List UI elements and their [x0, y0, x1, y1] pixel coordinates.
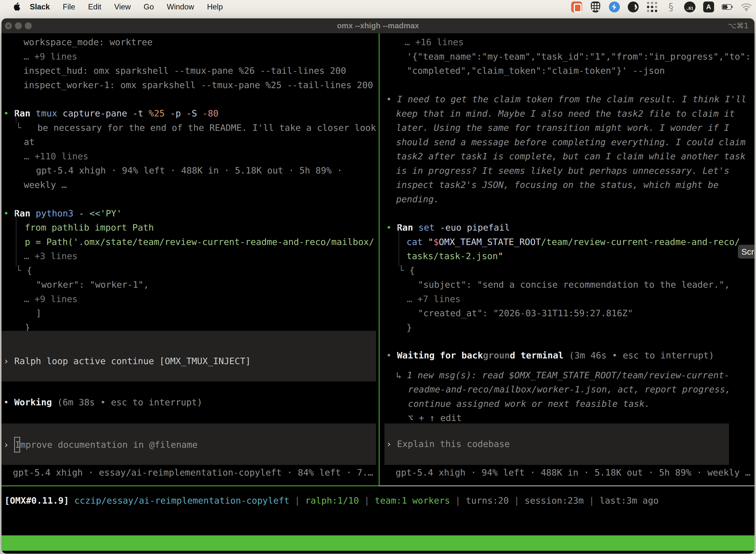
command-output-line: gpt-5.4 xhigh · 94% left · 488K in · 5.1…	[36, 163, 342, 177]
indent-guide	[398, 224, 399, 267]
command-output-line: ]	[36, 306, 42, 320]
blue-bolt-icon[interactable]	[609, 1, 620, 13]
bullet-icon: •	[386, 222, 392, 233]
thinking-line: should send a message before completing …	[396, 135, 746, 149]
terminal-line: "completed","claim_token":"claim-token"}…	[407, 63, 665, 78]
menu-status-icons: § ..61 A	[571, 1, 752, 13]
terminal-line: inspect_worker-1: omx sparkshell --tmux-…	[23, 78, 373, 92]
squiggle-icon[interactable]: §	[665, 1, 677, 13]
terminal-line: '{"team_name":"my-team","task_id":"1","f…	[407, 49, 751, 63]
command-output-line: └ {	[16, 263, 32, 277]
bullet-icon: •	[3, 208, 9, 218]
menu-edit[interactable]: Edit	[82, 2, 108, 11]
command-output-line: }	[406, 321, 412, 335]
screen-tooltip: Scre	[738, 245, 755, 259]
menu-help[interactable]: Help	[201, 2, 230, 11]
omx-repo: cczip/essay/ai-reimplementation-copyleft	[74, 495, 290, 506]
prompt-input-line[interactable]: › Improve documentation in @filename	[3, 437, 198, 452]
model-status-line: gpt-5.4 xhigh · essay/ai-reimplementatio…	[13, 465, 373, 480]
omx-team-workers: team:1 workers	[375, 495, 450, 506]
menu-window[interactable]: Window	[160, 2, 200, 11]
prompt-input-left[interactable]: › Improve documentation in @filename	[1, 424, 376, 465]
battery-icon[interactable]	[722, 1, 733, 13]
menu-go[interactable]: Go	[137, 2, 160, 11]
indent-guide	[16, 210, 16, 267]
omx-ralph-counter: ralph:1/10	[305, 495, 359, 506]
bullet-icon: •	[3, 397, 9, 407]
command-output-line: "subject": "send a concise recommendatio…	[418, 277, 730, 292]
model-status-line: gpt-5.4 xhigh · 94% left · 488K in · 5.1…	[396, 465, 750, 480]
prompt-chevron-icon: ›	[3, 356, 9, 366]
command-line: cat "$OMX_TEAM_STATE_ROOT/team/review-cu…	[406, 235, 740, 249]
chat-app-icon[interactable]	[571, 1, 582, 13]
collapsed-lines-indicator: … +110 lines	[24, 149, 88, 163]
mailbox-message-line: continue assigned work or next feasible …	[408, 397, 650, 411]
apple-logo-icon[interactable]	[13, 2, 21, 12]
tmux-session-window[interactable]: [omx-cczip0:bash*	[4, 551, 96, 554]
meter-icon[interactable]: ..61	[684, 1, 695, 13]
omx-status-line: [OMX#0.11.9] cczip/essay/ai-reimplementa…	[4, 493, 659, 508]
terminal-line: inspect_hud: omx sparkshell --tmux-pane …	[23, 63, 346, 78]
waiting-status-line: • Waiting for background terminal (3m 46…	[386, 348, 714, 363]
command-output-line: "worker": "worker-1",	[36, 277, 149, 292]
pane-border-inactive	[379, 486, 755, 486]
window-title: omx --xhigh --madmax	[1, 18, 755, 33]
command-output-line: "created_at": "2026-03-31T11:59:27.816Z"	[418, 306, 633, 320]
collapsed-lines-indicator: … +7 lines	[407, 292, 460, 306]
omx-last-activity: last:3m ago	[600, 495, 658, 506]
collapsed-lines-indicator: … +3 lines	[24, 249, 78, 263]
crescent-icon[interactable]	[628, 1, 639, 13]
prompt-input-right[interactable]: › Explain this codebase	[384, 424, 729, 465]
thinking-line: • I need to get the claim token from the…	[386, 92, 746, 106]
heredoc-line: from pathlib import Path	[25, 220, 154, 234]
edit-shortcut-hint: ⌥ + ↑ edit	[408, 411, 462, 425]
macos-menu-bar: Slack File Edit View Go Window Help § ..…	[0, 0, 756, 14]
command-ran-set: • Ran set -euo pipefail	[386, 220, 510, 234]
shield-grid-icon[interactable]	[590, 1, 601, 13]
bullet-icon: •	[386, 350, 392, 361]
prompt-input-line[interactable]: › Explain this codebase	[386, 437, 510, 451]
mailbox-message-line: ↳ 1 new msg(s): read $OMX_TEAM_STATE_ROO…	[396, 368, 730, 382]
collapsed-lines-indicator: … +16 lines	[404, 35, 463, 49]
input-placeholder: mprove documentation in @filename	[20, 440, 197, 450]
window-shortcut-badge: ⌥⌘1	[728, 18, 749, 33]
thinking-line: task2 after task1 is complete, but can I…	[396, 149, 746, 163]
pane-divider[interactable]	[379, 33, 379, 486]
command-output-line: at	[24, 135, 35, 149]
thinking-line: is in progress? It seems likely but perh…	[396, 164, 730, 178]
pane-border-active	[1, 486, 379, 486]
mailbox-message-line: readme-and-reco/mailbox/worker-1.json, a…	[408, 382, 731, 396]
working-status-line: • Working (6m 38s • esc to interrupt)	[3, 395, 202, 409]
input-placeholder: Explain this codebase	[397, 439, 510, 449]
prompt-chevron-icon: ›	[3, 440, 9, 450]
terminal-line: workspace_mode: worktree	[23, 35, 152, 49]
collapsed-lines-indicator: … +9 lines	[23, 49, 77, 63]
omx-turns: turns:20	[466, 495, 509, 506]
window-titlebar: omx --xhigh --madmax ⌥⌘1	[1, 18, 755, 33]
thinking-line: pending.	[396, 192, 439, 206]
menu-view[interactable]: View	[108, 2, 137, 11]
prompt-chevron-icon: ›	[386, 439, 392, 449]
dots-grid-icon[interactable]	[646, 1, 658, 13]
command-ran-python3: • Ran python3 - <<'PY'	[3, 206, 122, 220]
terminal-window: omx --xhigh --madmax ⌥⌘1 workspace_mode:…	[1, 18, 755, 554]
bullet-icon: •	[386, 94, 392, 104]
keyboard-layout-icon[interactable]: A	[703, 1, 714, 13]
menu-app-name[interactable]: Slack	[21, 2, 56, 11]
thinking-line: keep that in mind. Maybe I also need the…	[396, 107, 735, 121]
heredoc-line: p = Path('.omx/state/team/review-current…	[25, 235, 374, 249]
thinking-line: later. Using the same for transition mig…	[396, 121, 730, 135]
collapsed-lines-indicator: … +9 lines	[24, 292, 78, 306]
wifi-icon[interactable]	[741, 1, 752, 13]
omx-session-time: session:23m	[524, 495, 584, 506]
ralph-loop-line: › Ralph loop active continue [OMX_TMUX_I…	[3, 354, 251, 368]
menu-file[interactable]: File	[56, 2, 82, 11]
ralph-loop-banner: › Ralph loop active continue [OMX_TMUX_I…	[1, 331, 376, 382]
command-ran-tmux: • Ran tmux capture-pane -t %25 -p -S -80	[3, 106, 218, 120]
return-arrow-icon: ↳	[396, 370, 401, 380]
command-output-line: └ {	[398, 263, 415, 277]
thinking-line: inspect task2's JSON, focusing on the st…	[396, 178, 718, 192]
command-output-line: └ be necessary for the end of the README…	[16, 121, 376, 135]
text-cursor: I	[14, 437, 20, 452]
omx-version: [OMX#0.11.9]	[4, 495, 69, 506]
